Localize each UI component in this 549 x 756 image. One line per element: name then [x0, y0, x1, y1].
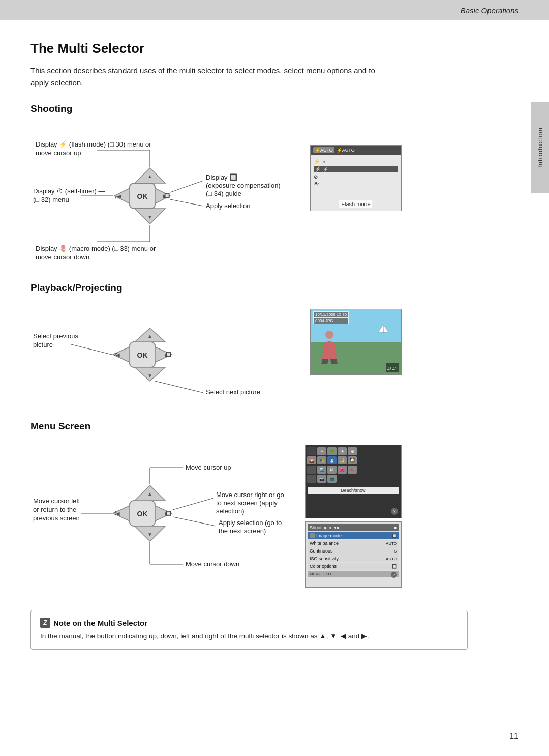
menu-diagram: OK ▲ ▼ ◀ ▶ ⏱: [30, 442, 295, 595]
svg-text:(□ 34) guide: (□ 34) guide: [206, 190, 241, 197]
svg-text:OK: OK: [137, 351, 148, 359]
svg-text:(exposure compensation): (exposure compensation): [206, 182, 281, 189]
shooting-camera-thumb: ⚡AUTO ⚡AUTO ⚡ ☼ ⚡: [300, 145, 402, 211]
boat-shape: [376, 322, 391, 339]
menu-section: Menu Screen OK ▲ ▼: [30, 421, 518, 595]
svg-text:move cursor down: move cursor down: [36, 253, 89, 261]
svg-text:the next screen): the next screen): [219, 527, 266, 535]
boat-svg: [376, 322, 391, 337]
svg-line-16: [170, 199, 203, 206]
side-tab: Introduction: [531, 102, 549, 193]
icon-cell: 🎭: [317, 456, 326, 464]
svg-text:Display 🌷 (macro mode) (□ 33): Display 🌷 (macro mode) (□ 33) menu or: [36, 244, 156, 253]
svg-text:previous screen: previous screen: [33, 514, 80, 522]
sm-row-image-mode: Image mode 🔲: [308, 532, 399, 539]
svg-text:▲: ▲: [147, 491, 152, 497]
icon-cell: [307, 466, 316, 474]
beach-snow-label: Beach/snow: [308, 487, 399, 494]
playback-filename: 0004.JPG: [314, 318, 348, 324]
svg-text:Move cursor down: Move cursor down: [186, 560, 239, 568]
flash-mode-thumb: ⚡AUTO ⚡AUTO ⚡ ☼ ⚡: [310, 145, 402, 211]
playback-inner: 15/11/2009 15:30 0004.JPG 4/ 41: [311, 309, 401, 374]
svg-text:to next screen (apply: to next screen (apply: [216, 499, 278, 507]
menu-thumb-top: ☀ 🌿 ★ ⚙ 🌄 🎭 ⛄ 🌙 🎑: [305, 445, 402, 518]
svg-line-55: [173, 517, 216, 526]
icon-cell-active: ⛄: [327, 456, 337, 464]
icon-cell: 🍂: [348, 466, 357, 474]
shooting-section: Shooting OK ▲ ▼: [30, 103, 518, 267]
auto-icon2: ⚡AUTO: [337, 148, 355, 153]
sm-footer-text: MENU EXIT: [310, 572, 332, 576]
svg-point-38: [325, 331, 333, 339]
icon-cell: [307, 475, 316, 483]
svg-text:▼: ▼: [147, 532, 152, 537]
svg-text:Display ⚡ (flash mode) (□ 30) : Display ⚡ (flash mode) (□ 30) menu or: [36, 140, 151, 149]
sm-row-color: Color options 🔲: [308, 563, 399, 570]
flash-item-4: 👁: [314, 181, 398, 187]
svg-text:🔲: 🔲: [164, 193, 170, 199]
page-title: The Multi Selector: [30, 41, 518, 56]
icon-row-3: 🌊 🏛 🌺 🍂: [307, 466, 400, 474]
playback-section: Playback/Projecting OK ▲ ▼: [30, 282, 518, 405]
svg-text:Apply selection: Apply selection: [206, 202, 250, 210]
icon-row-1: ☀ 🌿 ★ ⚙: [307, 447, 400, 455]
svg-text:Display 🔲: Display 🔲: [206, 173, 238, 182]
note-text: In the manual, the button indicating up,…: [40, 631, 458, 642]
sm-row-white-balance: White balance AUTO: [308, 540, 399, 547]
menu-diagram-area: OK ▲ ▼ ◀ ▶ ⏱: [30, 442, 518, 595]
icon-grid-area: ☀ 🌿 ★ ⚙ 🌄 🎭 ⛄ 🌙 🎑: [306, 445, 401, 486]
icon-cell: 🏛: [327, 466, 337, 474]
playback-info: 15/11/2009 15:30 0004.JPG: [313, 311, 349, 324]
playback-camera-thumb: 15/11/2009 15:30 0004.JPG 4/ 41: [300, 309, 402, 375]
svg-text:Select next picture: Select next picture: [206, 388, 260, 396]
icon-row-2: 🌄 🎭 ⛄ 🌙 🎑: [307, 456, 400, 464]
icon-cell: 🎑: [348, 456, 357, 464]
note-title: Z Note on the Multi Selector: [40, 618, 458, 628]
sm-header-text: Shooting menu: [310, 525, 341, 530]
svg-line-51: [173, 498, 214, 510]
header-bar: Basic Operations: [0, 0, 549, 20]
playback-counter: 4/ 41: [386, 363, 399, 372]
icon-cell: 🌿: [327, 447, 337, 455]
flash-item-3: ⊘: [314, 174, 398, 180]
help-icon: ?: [391, 508, 398, 515]
svg-text:▲: ▲: [147, 173, 152, 179]
svg-text:Move cursor right or go: Move cursor right or go: [216, 491, 284, 499]
svg-line-33: [71, 344, 112, 355]
sm-row-icon-img: [310, 533, 315, 538]
playback-diagram: OK ▲ ▼ ◀ ▶ ⏱: [30, 304, 285, 405]
icon-cell: 📺: [327, 475, 337, 483]
svg-line-12: [170, 181, 203, 192]
icon-cell: 🌙: [338, 456, 347, 464]
icon-cell: [307, 447, 316, 455]
menu-title: Menu Screen: [30, 421, 518, 432]
playback-date: 15/11/2009 15:30: [314, 312, 348, 317]
svg-text:▼: ▼: [147, 214, 152, 220]
playback-svg: OK ▲ ▼ ◀ ▶ ⏱: [30, 304, 285, 405]
sm-row-continuous: Continuous S: [308, 547, 399, 555]
svg-text:OK: OK: [137, 192, 148, 200]
sm-footer: MENU EXIT ?: [308, 571, 399, 577]
svg-text:Select previous: Select previous: [33, 332, 78, 340]
icon-cell: 🌺: [338, 466, 347, 474]
svg-text:(□ 32) menu: (□ 32) menu: [33, 196, 69, 203]
svg-text:picture: picture: [33, 341, 53, 348]
page-number: 11: [509, 732, 518, 741]
shooting-diagram-area: OK ▲ ▼ ◀ ▶ ⏱: [30, 125, 518, 267]
sm-header-icon: ■: [394, 525, 397, 530]
menu-svg: OK ▲ ▼ ◀ ▶ ⏱: [30, 442, 295, 595]
svg-text:Display ⏱ (self-timer) —: Display ⏱ (self-timer) —: [33, 187, 105, 195]
svg-text:move cursor up: move cursor up: [36, 149, 81, 157]
svg-text:selection): selection): [216, 507, 245, 515]
icon-cell: ☀: [317, 447, 326, 455]
sm-header: Shooting menu ■: [308, 524, 399, 531]
person-svg: [318, 329, 341, 364]
svg-line-36: [155, 381, 203, 393]
icon-cell: 📷: [317, 475, 326, 483]
svg-text:▼: ▼: [147, 373, 152, 379]
svg-text:or return to the: or return to the: [33, 506, 76, 513]
person-figure: [318, 329, 341, 364]
auto-icon1: ⚡AUTO: [313, 147, 334, 153]
svg-text:Move cursor up: Move cursor up: [186, 463, 231, 471]
sm-help-icon: ?: [391, 572, 397, 578]
